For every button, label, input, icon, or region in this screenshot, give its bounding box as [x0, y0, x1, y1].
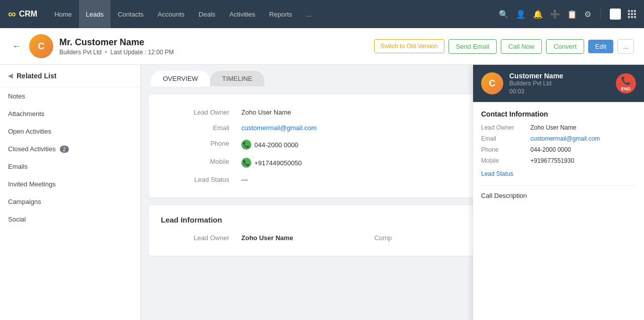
phone-number[interactable]: 044-2000 0000 — [254, 141, 298, 149]
search-icon[interactable]: 🔍 — [499, 10, 509, 19]
phone-with-icon: 📞 044-2000 0000 — [241, 140, 298, 150]
field-label-lead-status: Lead Status — [161, 176, 241, 183]
sidebar-item-label: Invited Meetings — [8, 180, 56, 188]
call-now-button[interactable]: Call Now — [501, 39, 542, 54]
sidebar-item-social[interactable]: Social — [0, 210, 140, 228]
calendar-icon[interactable]: 📋 — [567, 10, 577, 19]
call-timer: 00:03 — [509, 88, 610, 95]
nav-items: Home Leads Contacts Accounts Deals Activ… — [47, 0, 499, 28]
last-update-time: 12:00 PM — [148, 49, 173, 56]
call-company: Builders Pvt Ltd — [509, 80, 610, 87]
logo-icon: ∞ — [8, 8, 16, 21]
field-value-mobile: 📞 +917449050050 — [241, 158, 302, 168]
nav-item-reports[interactable]: Reports — [262, 0, 300, 28]
send-email-button[interactable]: Send Email — [448, 39, 497, 54]
sidebar-item-label: Closed Activities — [8, 145, 56, 153]
record-subtitle: Builders Pvt Ltd • Last Update : 12:00 P… — [59, 49, 368, 56]
call-info-key-lead-owner: Lead Owner — [481, 124, 526, 131]
sidebar-item-attachments[interactable]: Attachments — [0, 105, 140, 123]
convert-button[interactable]: Convert — [546, 39, 584, 54]
more-actions-button[interactable]: ... — [617, 39, 634, 54]
phone-icon: 📞 — [241, 140, 251, 150]
tab-overview[interactable]: OVERVIEW — [151, 71, 210, 86]
sidebar-item-label: Emails — [8, 163, 28, 170]
sidebar-item-label: Campaigns — [8, 198, 41, 205]
call-info-val-mobile: +919677551930 — [530, 157, 574, 164]
field-value-lead-status: — — [241, 176, 248, 183]
mobile-icon: 📞 — [241, 158, 251, 168]
call-info-val-email[interactable]: customermail@gmail.com — [530, 135, 600, 142]
switch-version-button[interactable]: Switch to Old Version — [374, 39, 444, 53]
edit-button[interactable]: Edit — [588, 40, 613, 53]
nav-item-more[interactable]: ... — [299, 0, 319, 28]
sidebar-item-emails[interactable]: Emails — [0, 158, 140, 175]
call-info-key-email: Email — [481, 135, 526, 142]
field-value-email[interactable]: customermail@gmail.com — [241, 124, 317, 132]
call-description-section: Call Description — [481, 185, 636, 199]
sidebar: ◀ Related List Notes Attachments Open Ac… — [0, 65, 141, 320]
avatar: C — [29, 34, 53, 58]
sidebar-item-closed-activities[interactable]: Closed Activities 2 — [0, 140, 140, 158]
call-info-key-phone: Phone — [481, 146, 526, 153]
sidebar-item-notes[interactable]: Notes — [0, 87, 140, 105]
user-icon[interactable]: 👤 — [516, 10, 526, 19]
grid-icon[interactable] — [628, 10, 636, 18]
content-area: OVERVIEW TIMELINE Lead Owner Zoho User N… — [141, 65, 644, 320]
sidebar-item-label: Social — [8, 216, 26, 223]
collapse-icon[interactable]: ◀ — [8, 72, 13, 79]
call-caller-name: Customer Name — [509, 72, 610, 80]
nav-item-contacts[interactable]: Contacts — [111, 0, 150, 28]
field-label-lead-owner: Lead Owner — [161, 109, 241, 116]
sidebar-item-open-activities[interactable]: Open Activities — [0, 123, 140, 140]
sidebar-item-label: Notes — [8, 92, 25, 100]
call-popup-body: Contact Information Lead Owner Zoho User… — [473, 102, 644, 207]
main-layout: ◀ Related List Notes Attachments Open Ac… — [0, 65, 644, 320]
settings-icon[interactable]: ⚙ — [584, 10, 591, 19]
call-info-row-email: Email customermail@gmail.com — [481, 135, 636, 142]
end-call-button[interactable]: 📞 END — [616, 73, 636, 93]
nav-item-activities[interactable]: Activities — [222, 0, 262, 28]
call-info: Customer Name Builders Pvt Ltd 00:03 — [509, 72, 610, 95]
app-switcher[interactable] — [610, 9, 621, 20]
contact-info-title: Contact Information — [481, 110, 636, 118]
mobile-number[interactable]: +917449050050 — [254, 159, 302, 167]
sidebar-item-campaigns[interactable]: Campaigns — [0, 193, 140, 210]
nav-item-deals[interactable]: Deals — [192, 0, 222, 28]
field-value-lead-owner: Zoho User Name — [241, 109, 291, 116]
sidebar-title: Related List — [17, 72, 56, 80]
sidebar-item-label: Open Activities — [8, 128, 51, 135]
company-name: Builders Pvt Ltd — [59, 49, 102, 56]
nav-item-leads[interactable]: Leads — [79, 0, 111, 28]
call-avatar: C — [481, 72, 503, 94]
plus-icon[interactable]: ➕ — [550, 10, 560, 19]
mobile-with-icon: 📞 +917449050050 — [241, 158, 302, 168]
phone-end-icon: 📞 — [621, 76, 631, 85]
call-description-label: Call Description — [481, 192, 527, 199]
call-info-row-lead-owner: Lead Owner Zoho User Name — [481, 124, 636, 131]
nav-item-accounts[interactable]: Accounts — [151, 0, 192, 28]
header-actions: Switch to Old Version Send Email Call No… — [374, 39, 634, 54]
last-update-label: Last Update : — [111, 49, 146, 56]
field-label-phone: Phone — [161, 140, 241, 147]
lead-info-value-lead-owner: Zoho User Name — [241, 234, 293, 242]
lead-info-label-company: Comp — [323, 234, 404, 242]
divider — [600, 8, 601, 20]
sidebar-header: ◀ Related List — [0, 65, 140, 87]
sidebar-item-invited-meetings[interactable]: Invited Meetings — [0, 175, 140, 193]
logo-area[interactable]: ∞ CRM — [8, 8, 37, 21]
tab-timeline[interactable]: TIMELINE — [210, 71, 264, 86]
field-value-phone: 📞 044-2000 0000 — [241, 140, 298, 150]
call-info-val-phone: 044-2000 0000 — [530, 146, 571, 153]
bell-icon[interactable]: 🔔 — [533, 10, 543, 19]
sidebar-item-label: Attachments — [8, 110, 44, 118]
logo-text: CRM — [19, 10, 37, 19]
call-info-key-lead-status: Lead Status — [481, 170, 513, 177]
call-info-row-mobile: Mobile +919677551930 — [481, 157, 636, 164]
header-info: Mr. Customer Name Builders Pvt Ltd • Las… — [59, 37, 368, 56]
nav-right: 🔍 👤 🔔 ➕ 📋 ⚙ — [499, 8, 636, 20]
end-label: END — [621, 86, 630, 91]
closed-activities-badge: 2 — [60, 146, 69, 153]
nav-item-home[interactable]: Home — [47, 0, 79, 28]
back-button[interactable]: ← — [10, 39, 23, 54]
lead-info-label-lead-owner: Lead Owner — [161, 234, 241, 242]
